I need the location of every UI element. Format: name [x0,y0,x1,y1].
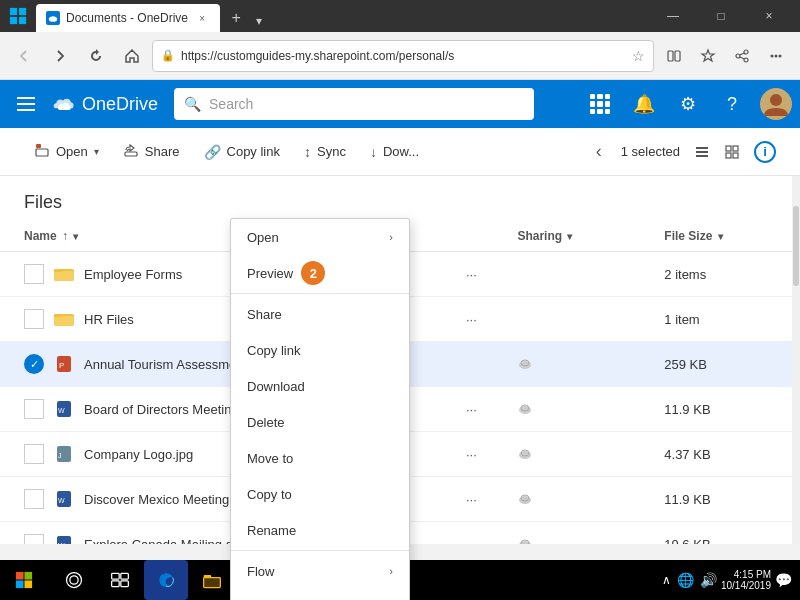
copylink-label: Copy link [227,144,280,159]
open-button[interactable]: Open ▾ [24,136,109,168]
row-more-button[interactable]: ··· [457,395,485,423]
svg-line-10 [740,57,744,59]
network-icon[interactable]: 🌐 [677,572,694,588]
back-button[interactable] [8,40,40,72]
search-box[interactable]: 🔍 Search [174,88,534,120]
context-menu-item-copyto[interactable]: Copy to [231,476,409,512]
nav-right-buttons [658,40,792,72]
context-menu-item-delete[interactable]: Delete [231,404,409,440]
task-view-button[interactable] [98,560,142,600]
svg-rect-4 [668,51,673,61]
filesize-cell: 2 items [640,252,792,297]
file-explorer-button[interactable] [190,560,234,600]
filesize-column-header[interactable]: File Size ▾ [640,221,792,252]
user-avatar[interactable] [760,88,792,120]
context-menu-item-rename[interactable]: Rename [231,512,409,548]
row-checkbox[interactable] [24,444,44,464]
row-checkbox[interactable] [24,489,44,509]
url-text: https://customguides-my.sharepoint.com/p… [181,49,626,63]
maximize-button[interactable]: □ [698,0,744,32]
hamburger-menu[interactable] [8,86,44,122]
row-checkbox[interactable] [24,534,44,544]
scroll-thumb[interactable] [793,206,799,286]
tab-close-button[interactable]: × [194,10,210,26]
file-type-icon: P [54,354,74,374]
row-checkbox[interactable] [24,264,44,284]
copylink-button[interactable]: 🔗 Copy link [194,136,290,168]
svg-rect-53 [16,580,24,588]
context-menu-item-copylink[interactable]: Copy link [231,332,409,368]
refresh-button[interactable] [80,40,112,72]
volume-icon[interactable]: 🔊 [700,572,717,588]
row-more-button[interactable]: ··· [457,305,485,333]
submenu-arrow-icon: › [389,231,393,243]
context-menu-item-preview[interactable]: Preview2 [231,255,409,291]
download-button[interactable]: ↓ Dow... [360,136,429,168]
context-menu-item-moveto[interactable]: Move to [231,440,409,476]
file-type-icon: W [54,534,74,544]
context-menu-item-open[interactable]: Open› [231,219,409,255]
context-menu-item-versionhistory[interactable]: Version history [231,589,409,600]
scrollbar[interactable] [792,176,800,544]
address-bar[interactable]: 🔒 https://customguides-my.sharepoint.com… [152,40,654,72]
grid-view-button[interactable] [718,138,746,166]
filesize-cell: 259 KB [640,342,792,387]
back-to-list-button[interactable]: ‹ [585,138,613,166]
info-button[interactable]: i [754,141,776,163]
new-tab-button[interactable]: + [220,4,252,32]
svg-rect-17 [125,152,137,156]
grid-dot [597,94,602,99]
sync-button[interactable]: ↕ Sync [294,136,356,168]
share-label: Share [145,144,180,159]
share-button[interactable]: Share [113,136,190,168]
settings-button[interactable]: ⚙ [672,88,704,120]
context-menu-item-download[interactable]: Download [231,368,409,404]
help-button[interactable]: ? [716,88,748,120]
file-type-icon [54,264,74,284]
file-type-icon: J [54,444,74,464]
grid-dot [590,109,595,114]
favorites-button[interactable] [692,40,724,72]
selected-checkbox[interactable]: ✓ [24,354,44,374]
sharing-column-header[interactable]: Sharing ▾ [493,221,640,252]
chevron-up-icon[interactable]: ∧ [662,573,671,587]
row-more-button[interactable]: ··· [457,260,485,288]
apps-grid-button[interactable] [584,88,616,120]
notification-center-button[interactable]: 💬 [775,572,792,588]
bookmark-icon[interactable]: ☆ [632,48,645,64]
sharing-cell [493,297,640,342]
tab-list-button[interactable]: ▾ [252,10,266,32]
row-more-button[interactable]: ··· [457,440,485,468]
row-checkbox[interactable] [24,309,44,329]
active-tab[interactable]: Documents - OneDrive × [36,4,220,32]
context-menu-item-flow[interactable]: Flow› [231,553,409,589]
row-checkbox[interactable] [24,399,44,419]
context-menu-item-share[interactable]: Share [231,296,409,332]
title-bar: Documents - OneDrive × + ▾ — □ × [0,0,800,32]
reading-view-button[interactable] [658,40,690,72]
svg-rect-5 [675,51,680,61]
command-bar: Open ▾ Share 🔗 Copy link ↕ Sync ↓ Dow...… [0,128,800,176]
tab-bar: Documents - OneDrive × + ▾ [36,0,642,32]
close-button[interactable]: × [746,0,792,32]
notifications-button[interactable]: 🔔 [628,88,660,120]
download-label: Dow... [383,144,419,159]
filesize-cell: 19.6 KB [640,522,792,545]
edge-browser-button[interactable] [144,560,188,600]
row-more-button[interactable]: ··· [457,530,485,544]
hamburger-line [17,109,35,111]
svg-point-7 [736,54,740,58]
share-page-button[interactable] [726,40,758,72]
open-icon [34,142,50,161]
minimize-button[interactable]: — [650,0,696,32]
system-clock[interactable]: 4:15 PM 10/14/2019 [721,569,771,591]
home-button[interactable] [116,40,148,72]
list-view-button[interactable] [688,138,716,166]
cortana-button[interactable] [52,560,96,600]
more-options-button[interactable] [760,40,792,72]
grid-dot [597,109,602,114]
menu-item-label: Copy to [247,487,292,502]
start-button[interactable] [0,560,48,600]
forward-button[interactable] [44,40,76,72]
row-more-button[interactable]: ··· [457,485,485,513]
